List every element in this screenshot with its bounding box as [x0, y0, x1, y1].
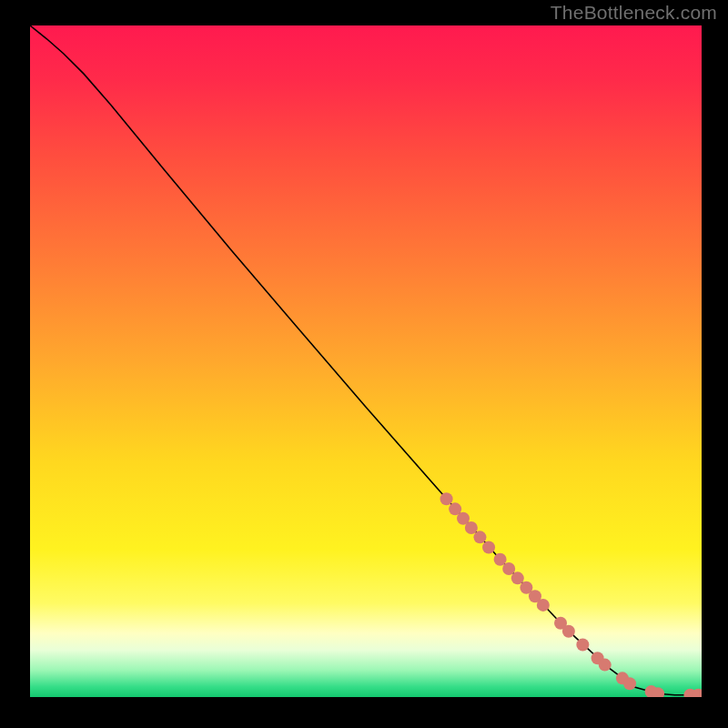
- chart-plot: [30, 25, 702, 697]
- data-marker: [465, 521, 478, 534]
- data-marker: [562, 625, 575, 638]
- data-marker: [537, 599, 550, 612]
- data-marker: [576, 638, 589, 651]
- chart-stage: TheBottleneck.com: [0, 0, 728, 728]
- data-marker: [623, 677, 636, 690]
- chart-svg: [30, 25, 702, 697]
- data-marker: [511, 571, 524, 584]
- data-marker: [473, 531, 486, 543]
- data-marker: [502, 562, 515, 575]
- watermark-text: TheBottleneck.com: [551, 2, 717, 24]
- data-marker: [599, 659, 612, 672]
- data-marker: [482, 541, 495, 553]
- gradient-background: [30, 25, 702, 697]
- data-marker: [494, 553, 507, 566]
- data-marker: [440, 492, 453, 505]
